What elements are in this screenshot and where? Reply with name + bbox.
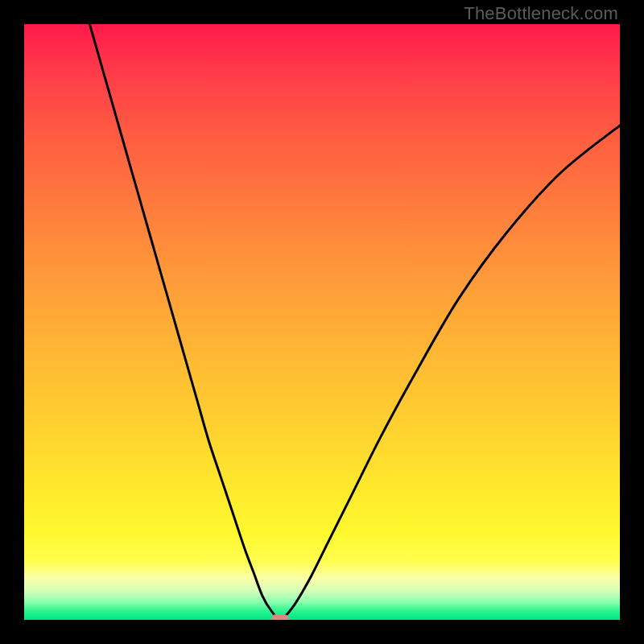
watermark-text: TheBottleneck.com [464, 3, 618, 24]
bottleneck-curve [24, 24, 620, 620]
plot-area [24, 24, 620, 620]
chart-frame: TheBottleneck.com [0, 0, 644, 644]
minimum-marker [271, 614, 289, 620]
